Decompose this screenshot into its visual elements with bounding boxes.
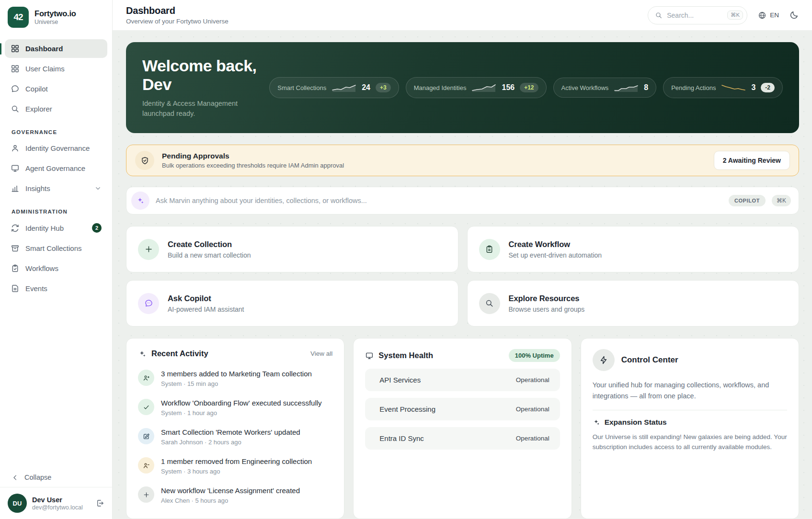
plus-icon (143, 491, 150, 498)
approvals-subtitle: Bulk operations exceeding thresholds req… (162, 162, 344, 169)
clipboard-icon (11, 264, 20, 273)
user-footer: DU Dev User dev@fortytwo.local (0, 487, 112, 519)
status-label: Operational (516, 435, 549, 442)
logout-button[interactable] (96, 499, 104, 508)
sidebar-item-label: Agent Governance (25, 164, 85, 172)
stat-pending-actions: Pending Actions 3 -2 (663, 77, 783, 98)
sidebar-item-label: Dashboard (25, 45, 63, 53)
activity-item: 1 member removed from Engineering collec… (138, 457, 332, 475)
language-label: EN (770, 11, 779, 19)
sidebar-item-label: Explorer (25, 105, 52, 113)
sidebar-item-label: Events (25, 284, 47, 293)
search-icon (11, 104, 20, 113)
quick-actions: Create Collection Build a new smart coll… (126, 226, 799, 327)
theme-toggle-button[interactable] (789, 11, 799, 20)
stat-active-workflows: Active Workflows 8 (553, 78, 657, 98)
user-name: Dev User (32, 496, 83, 504)
approvals-title: Pending Approvals (162, 152, 344, 160)
plus-icon (144, 245, 153, 254)
activity-item: Workflow 'Onboarding Flow' executed succ… (138, 399, 332, 417)
sidebar-item-label: User Claims (25, 65, 65, 73)
stat-delta-badge: +3 (376, 83, 391, 92)
sidebar-item-smart-collections[interactable]: Smart Collections (5, 239, 107, 258)
active-indicator (0, 43, 1, 55)
create-collection-card[interactable]: Create Collection Build a new smart coll… (126, 226, 458, 272)
copilot-input[interactable] (156, 197, 722, 204)
identity-hub-count-badge: 2 (92, 223, 102, 233)
chat-icon (144, 299, 153, 308)
moon-icon (789, 11, 799, 20)
sparkles-icon (138, 350, 147, 358)
copilot-ask-bar: COPILOT ⌘K (126, 187, 799, 214)
ask-copilot-card[interactable]: Ask Copilot AI-powered IAM assistant (126, 280, 458, 327)
view-all-link[interactable]: View all (310, 350, 332, 357)
sidebar-item-identity-governance[interactable]: Identity Governance (5, 139, 107, 158)
search-box: ⌘K (648, 6, 747, 24)
chevron-left-icon (11, 474, 19, 481)
sidebar-item-insights[interactable]: Insights (5, 179, 107, 198)
search-input[interactable] (667, 11, 723, 19)
bolt-icon (599, 355, 608, 365)
create-workflow-card[interactable]: Create Workflow Set up event-driven auto… (467, 226, 800, 272)
clipboard-icon (485, 245, 494, 254)
activity-item: New workflow 'License Assignment' create… (138, 486, 332, 504)
uptime-badge: 100% Uptime (509, 349, 560, 362)
sidebar-item-label: Identity Hub (25, 224, 64, 232)
sparkline-up-icon (332, 83, 356, 92)
sidebar-item-dashboard[interactable]: Dashboard (5, 39, 107, 58)
recent-activity-title: Recent Activity (151, 349, 208, 358)
sidebar-item-explorer[interactable]: Explorer (5, 100, 107, 118)
archive-icon (11, 244, 20, 253)
grid-icon (11, 44, 20, 53)
expansion-status-text: Our Universe is still expanding! New gal… (593, 432, 787, 452)
brand[interactable]: 42 Fortytwo.io Universe (0, 0, 112, 35)
activity-item: 3 members added to Marketing Team collec… (138, 370, 332, 387)
user-plus-icon (143, 374, 150, 382)
system-health-title: System Health (378, 351, 433, 360)
recent-activity-card: Recent Activity View all 3 members added… (126, 338, 344, 519)
control-center-card: Control Center Your unified hub for mana… (581, 338, 799, 519)
search-icon (655, 11, 663, 19)
app-root: 42 Fortytwo.io Universe Dashboard User C… (0, 0, 812, 519)
stat-smart-collections: Smart Collections 24 +3 (269, 77, 399, 98)
health-row: Event Processing Operational (365, 398, 560, 420)
welcome-title: Welcome back, Dev (142, 56, 269, 94)
sidebar-item-identity-hub[interactable]: Identity Hub 2 (5, 218, 107, 237)
sidebar-nav-governance: Identity Governance Agent Governance Ins… (0, 139, 112, 199)
explore-resources-card[interactable]: Explore Resources Browse users and group… (467, 280, 800, 327)
copilot-shortcut-hint: ⌘K (772, 195, 791, 206)
welcome-stats: Smart Collections 24 +3 Managed Identiti… (269, 77, 783, 98)
sidebar-item-workflows[interactable]: Workflows (5, 259, 107, 278)
bottom-cards: Recent Activity View all 3 members added… (126, 338, 799, 519)
sparkline-down-icon (721, 83, 746, 92)
user-minus-icon (143, 462, 150, 469)
divider (593, 410, 787, 410)
sync-icon (11, 224, 20, 233)
awaiting-review-button[interactable]: 2 Awaiting Review (714, 151, 790, 170)
language-selector[interactable]: EN (758, 11, 779, 20)
page-subtitle: Overview of your Fortytwo Universe (126, 18, 229, 25)
health-row: API Services Operational (365, 369, 560, 391)
sidebar-item-events[interactable]: Events (5, 279, 107, 298)
sidebar-item-agent-governance[interactable]: Agent Governance (5, 159, 107, 178)
status-label: Operational (516, 376, 549, 384)
chevron-down-icon (94, 185, 102, 192)
logout-icon (96, 499, 104, 508)
brand-logo-icon: 42 (8, 7, 29, 28)
sidebar-item-label: Workflows (25, 264, 58, 272)
page-title: Dashboard (126, 5, 229, 16)
brand-subtitle: Universe (34, 19, 76, 25)
sparkline-up-icon (471, 83, 496, 92)
topbar: Dashboard Overview of your Fortytwo Univ… (113, 0, 812, 31)
collapse-label: Collapse (24, 474, 51, 481)
sidebar: 42 Fortytwo.io Universe Dashboard User C… (0, 0, 113, 519)
sidebar-item-label: Copilot (25, 85, 48, 93)
sidebar-item-user-claims[interactable]: User Claims (5, 59, 107, 78)
control-center-title: Control Center (621, 355, 678, 365)
sidebar-nav-administration: Identity Hub 2 Smart Collections Workflo… (0, 218, 112, 299)
sidebar-nav: Dashboard User Claims Copilot Explorer (0, 35, 112, 120)
search-icon (485, 299, 494, 308)
sidebar-item-copilot[interactable]: Copilot (5, 79, 107, 98)
sidebar-collapse-button[interactable]: Collapse (0, 468, 112, 487)
edit-icon (143, 433, 150, 440)
